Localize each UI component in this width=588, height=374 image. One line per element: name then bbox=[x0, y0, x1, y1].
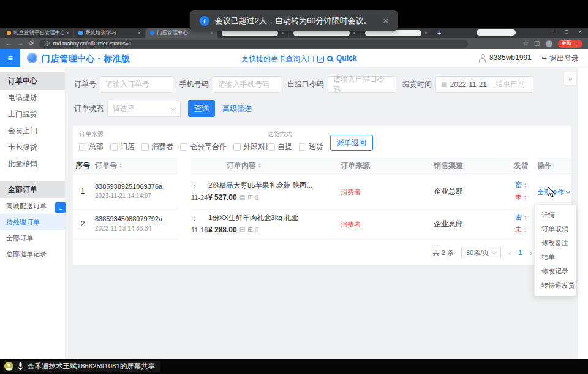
pickup-date: 11-16 bbox=[191, 226, 208, 234]
menu-item-close-order[interactable]: 结单 bbox=[535, 250, 576, 264]
order-no-input[interactable]: 请输入订单号 bbox=[100, 76, 173, 93]
more-menu-icon[interactable]: ⋮ bbox=[574, 40, 579, 47]
checkbox-box bbox=[141, 143, 149, 151]
checkbox-self-pickup[interactable]: 自提 bbox=[268, 142, 292, 152]
checkbox-hq[interactable]: 总部 bbox=[79, 142, 104, 152]
tab-close-icon[interactable]: × bbox=[281, 30, 284, 36]
delivery-method-filter-group: 送货方式 自提 送货 bbox=[268, 130, 323, 152]
sidebar-item-all-orders-group[interactable]: 全部订单 bbox=[0, 181, 65, 198]
checkbox-store[interactable]: 门店 bbox=[110, 142, 135, 152]
menu-item-edit-remark[interactable]: 修改备注 bbox=[535, 236, 576, 250]
col-channel: 销售渠道 bbox=[392, 161, 484, 171]
order-source-options: 总部 门店 消费者 仓分享合作 外部对接 bbox=[79, 142, 273, 152]
dispatch-return-button[interactable]: 派单退回 bbox=[330, 135, 373, 151]
col-action: 操作 bbox=[536, 161, 571, 171]
info-icon: i bbox=[200, 16, 209, 26]
sidebar-item-phone-pickup[interactable]: 电话提货 bbox=[0, 90, 65, 106]
phone-input[interactable]: 请输入手机号码 bbox=[213, 76, 281, 93]
order-status-select[interactable]: 请选择 bbox=[107, 101, 181, 117]
sidebar-item-all-orders[interactable]: 全部订单 bbox=[0, 230, 65, 246]
search-button[interactable]: 查询 bbox=[188, 100, 215, 117]
quick-search-link[interactable]: Quick bbox=[327, 54, 356, 63]
reload-icon[interactable]: ⟳ bbox=[29, 40, 34, 47]
order-price: ¥ 288.00 bbox=[208, 226, 237, 234]
table-row: 1 83859389251069376a 2023-11-21 14:14:07… bbox=[73, 174, 571, 208]
page-size-select[interactable]: 30条/页 bbox=[461, 246, 501, 259]
checkbox-delivery[interactable]: 送货 bbox=[299, 142, 323, 152]
window-maximize-button[interactable]: □ bbox=[565, 29, 568, 35]
menu-item-express-ship[interactable]: 转快递发货 bbox=[535, 278, 576, 292]
share-avatar-icon bbox=[4, 362, 13, 371]
date-range-picker[interactable]: ▦ 2022-11-21 - 结束日期 bbox=[435, 76, 533, 93]
col-content[interactable]: 订单内容 ▲▼ bbox=[208, 161, 325, 171]
phone-icon[interactable]: ▯ bbox=[255, 194, 259, 200]
pickup-code-label: 自提口令码 bbox=[287, 79, 324, 90]
sidebar-item-member-visit[interactable]: 会员上门 bbox=[0, 123, 65, 139]
checkbox-warehouse-share[interactable]: 仓分享合作 bbox=[180, 142, 227, 152]
browser-tab-1[interactable]: 礼盒营销平台管理中心 × bbox=[2, 28, 74, 38]
tab-close-icon[interactable]: × bbox=[210, 30, 213, 36]
back-icon[interactable]: ← bbox=[6, 40, 12, 47]
sidebar-item-batch-verify[interactable]: 批量核销 bbox=[0, 156, 65, 172]
sidebar: 订单中心 电话提货 上门提货 会员上门 卡包提货 批量核销 全部订单 同城配送订… bbox=[0, 67, 66, 359]
menu-item-cancel-order[interactable]: 订单取消 bbox=[535, 222, 576, 236]
main-content: 订单号 请输入订单号 手机号码 请输入手机号码 自提口令码 请输入自提口令码 提… bbox=[66, 67, 578, 359]
advanced-filter-link[interactable]: 高级筛选 bbox=[222, 104, 252, 114]
pickup-code-input[interactable]: 请输入自提口令码 bbox=[328, 76, 396, 93]
app-title: 门店管理中心 - 标准版 bbox=[42, 53, 130, 64]
browser-address-bar: ← → ⟳ i rnd.maboy.cn/AllOrder?status=1 ☆… bbox=[0, 38, 588, 49]
ship-fragment-2: 未： bbox=[484, 225, 529, 234]
receipt-icon[interactable]: ▤ bbox=[239, 226, 245, 233]
mic-icon[interactable] bbox=[17, 362, 24, 371]
status-placeholder: 请选择 bbox=[113, 104, 135, 114]
browser-tab-2[interactable]: 系统培训学习 × bbox=[74, 28, 146, 38]
browser-update-chip[interactable]: 更新 ⋮ bbox=[558, 40, 583, 48]
sidebar-drag-handle[interactable]: ≡ bbox=[55, 202, 66, 213]
url-input[interactable]: i rnd.maboy.cn/AllOrder?status=1 bbox=[39, 40, 468, 48]
hamburger-menu-button[interactable]: ≡ bbox=[0, 49, 20, 67]
tab-close-icon[interactable]: × bbox=[138, 30, 141, 36]
order-no-label: 订单号 bbox=[74, 79, 96, 90]
qr-code-icon[interactable]: ⊞ bbox=[247, 226, 252, 233]
toast-message: 会议已超过2人，自动转为60分钟限时会议。 bbox=[215, 15, 372, 26]
site-info-icon[interactable]: i bbox=[45, 41, 50, 46]
tab-close-icon[interactable]: × bbox=[424, 30, 428, 36]
checkbox-consumer[interactable]: 消费者 bbox=[141, 142, 173, 152]
sidebar-item-card-pickup[interactable]: 卡包提货 bbox=[0, 139, 65, 156]
qr-code-icon[interactable]: ⊞ bbox=[247, 194, 252, 200]
col-order-no[interactable]: 订单号 ▲▼ bbox=[92, 161, 178, 171]
tab-close-icon[interactable]: × bbox=[66, 30, 69, 36]
sidebar-item-pending-orders[interactable]: 待处理订单 bbox=[0, 214, 65, 230]
next-page-button[interactable]: › bbox=[530, 248, 532, 258]
collapse-panel-button[interactable]: » bbox=[564, 72, 576, 85]
window-close-button[interactable]: × bbox=[579, 29, 582, 35]
logout-button[interactable]: ↪ 退出登录 bbox=[541, 53, 579, 64]
sidebar-item-hq-return-records[interactable]: 总部退单记录 bbox=[0, 246, 65, 262]
menu-item-details[interactable]: 详情 bbox=[535, 208, 576, 222]
page-number[interactable]: 1 bbox=[519, 249, 522, 256]
bookmark-star-icon[interactable]: ☆ bbox=[523, 40, 529, 47]
order-source-tag: 消费者 bbox=[341, 221, 361, 228]
menu-item-edit-history[interactable]: 修改记录 bbox=[535, 264, 576, 278]
order-no-placeholder: 请输入订单号 bbox=[105, 79, 149, 90]
coupon-query-entry-link[interactable]: 更快捷的券卡查询入口 ↗ bbox=[241, 54, 324, 64]
window-minimize-button[interactable]: – bbox=[551, 29, 554, 35]
receipt-icon[interactable]: ▤ bbox=[239, 194, 245, 200]
sort-icon[interactable]: ▲▼ bbox=[119, 162, 123, 169]
phone-icon[interactable]: ▯ bbox=[255, 226, 259, 233]
sort-icon[interactable]: ▲▼ bbox=[258, 162, 262, 169]
blurred-title bbox=[293, 30, 350, 36]
prev-page-button[interactable]: ‹ bbox=[508, 248, 511, 258]
toast-close-icon[interactable]: × bbox=[383, 15, 388, 26]
checkbox-external[interactable]: 外部对接 bbox=[233, 142, 273, 152]
browser-profile-avatar[interactable] bbox=[546, 40, 552, 47]
external-link-icon: ↗ bbox=[317, 56, 324, 63]
extensions-icon[interactable]: ◫ bbox=[534, 40, 540, 47]
sidebar-item-order-center[interactable]: 订单中心 bbox=[0, 72, 65, 90]
new-tab-button[interactable]: + bbox=[437, 29, 441, 37]
tab-close-icon[interactable]: × bbox=[353, 30, 356, 36]
sidebar-item-door-pickup[interactable]: 上门提货 bbox=[0, 106, 65, 123]
forward-icon[interactable]: → bbox=[17, 40, 23, 47]
filter-row-2: 订单状态 请选择 查询 高级筛选 bbox=[74, 100, 252, 117]
user-account[interactable]: 8385wb1991 bbox=[478, 53, 532, 62]
